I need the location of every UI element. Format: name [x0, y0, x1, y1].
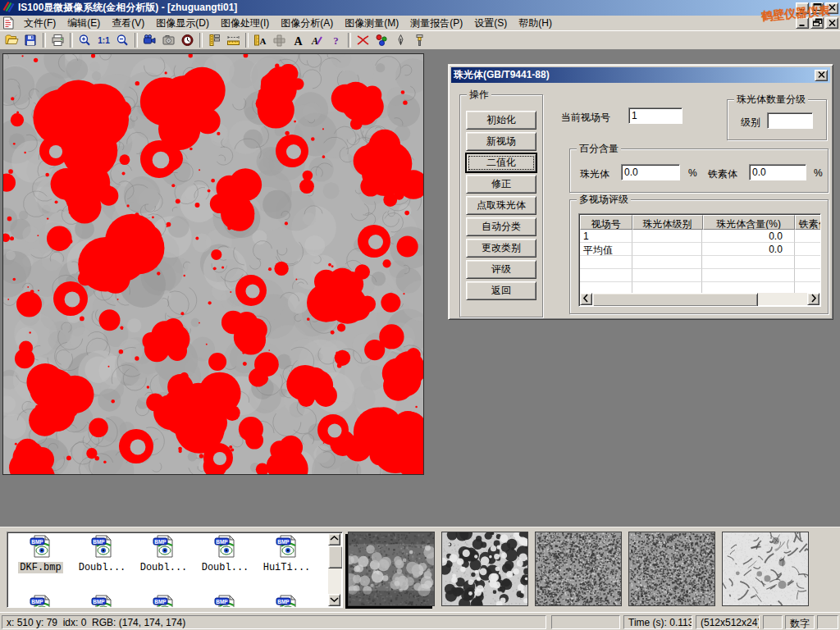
- file-item-3[interactable]: BMPDoubl...: [194, 535, 256, 573]
- pen-button[interactable]: [391, 31, 410, 49]
- menu-item-settings[interactable]: 设置(S): [468, 15, 513, 32]
- menu-item-edit[interactable]: 编辑(E): [62, 15, 106, 32]
- file-item-row2-2[interactable]: BMP: [133, 595, 194, 608]
- file-item-2[interactable]: BMPDoubl...: [133, 535, 194, 573]
- op-button-2[interactable]: 二值化: [466, 153, 536, 172]
- status-empty-3: [817, 615, 838, 629]
- rating-table[interactable]: 视场号珠光体级别珠光体含量(%)铁素体含量(%)10.0平均值0.0: [578, 213, 821, 307]
- file-item-row2-0[interactable]: BMP: [10, 595, 71, 608]
- table-header-cell[interactable]: 珠光体含量(%): [703, 215, 795, 230]
- op-button-3[interactable]: 修正: [466, 175, 536, 194]
- window-maximize-button[interactable]: [810, 2, 824, 14]
- op-button-5[interactable]: 自动分类: [466, 217, 536, 236]
- toolbar-separator: [70, 33, 73, 48]
- clock-button[interactable]: [178, 31, 197, 49]
- grade-group: 珠光体数量分级 级别: [727, 99, 827, 140]
- thumbnail-4[interactable]: [722, 532, 809, 606]
- caliper-button[interactable]: [205, 31, 224, 49]
- brush-button[interactable]: [410, 31, 429, 49]
- table-header-cell[interactable]: 珠光体级别: [632, 215, 703, 230]
- child-restore-button[interactable]: [810, 17, 824, 29]
- file-item-row2-3[interactable]: BMP: [194, 595, 256, 608]
- thumbnail-3[interactable]: [628, 532, 715, 606]
- file-item-1[interactable]: BMPDoubl...: [71, 535, 133, 573]
- menu-item-image-display[interactable]: 图像显示(D): [150, 15, 215, 32]
- window-minimize-icon: [797, 2, 808, 14]
- window-minimize-button[interactable]: [796, 2, 809, 14]
- status-empty-2: [763, 615, 783, 629]
- op-button-0[interactable]: 初始化: [466, 111, 536, 130]
- child-close-button[interactable]: [825, 17, 838, 29]
- scroll-up-button[interactable]: [328, 533, 340, 546]
- grade-input[interactable]: [767, 112, 813, 129]
- status-empty-1: [551, 615, 620, 629]
- arrow-left-icon: [580, 292, 592, 307]
- menu-item-measure-report[interactable]: 测量报告(P): [404, 15, 468, 32]
- camera-button[interactable]: [159, 31, 178, 49]
- zoom-in-button[interactable]: [75, 31, 94, 49]
- table-row: [580, 256, 821, 269]
- file-item-0[interactable]: BMPDKF.bmp: [10, 535, 71, 573]
- scrollbar-thumb[interactable]: [592, 293, 758, 307]
- window-close-button[interactable]: [825, 2, 838, 14]
- table-row: 平均值0.0: [580, 243, 821, 256]
- ruler-icon: [226, 34, 240, 47]
- help-button[interactable]: ?: [326, 31, 345, 49]
- scroll-down-button[interactable]: [328, 594, 340, 606]
- micrograph-image[interactable]: [2, 53, 424, 475]
- zoom-out-button[interactable]: [113, 31, 132, 49]
- video-camera-button[interactable]: [140, 31, 159, 49]
- menu-item-view[interactable]: 查看(V): [106, 15, 150, 32]
- file-item-4[interactable]: BMPHuiTi...: [256, 535, 317, 573]
- op-button-6[interactable]: 更改类别: [466, 239, 536, 258]
- thumbnail-1[interactable]: [441, 532, 528, 606]
- percent-group: 百分含量 珠光体 % 铁素体 %: [569, 148, 829, 193]
- op-button-4[interactable]: 点取珠光体: [466, 196, 536, 215]
- thumbnail-2[interactable]: [535, 532, 622, 606]
- status-time: Time (s): 0.113: [623, 615, 692, 629]
- table-header-cell[interactable]: 铁素体含量(%): [795, 215, 821, 230]
- ruler-button[interactable]: [224, 31, 243, 49]
- toolbar-separator: [199, 33, 203, 48]
- print-button[interactable]: [48, 31, 67, 49]
- curve-erase-button[interactable]: [354, 31, 372, 49]
- pearlite-percent-input[interactable]: [621, 164, 680, 180]
- menu-item-image-measure[interactable]: 图像测量(M): [339, 15, 404, 32]
- ferrite-percent-input[interactable]: [749, 164, 806, 180]
- scrollbar-track[interactable]: [328, 568, 341, 594]
- particles-button[interactable]: [372, 31, 391, 49]
- current-view-input[interactable]: [628, 107, 682, 124]
- op-button-7[interactable]: 评级: [466, 260, 536, 279]
- scrollbar-thumb[interactable]: [328, 546, 343, 568]
- save-button[interactable]: [21, 31, 40, 49]
- op-button-8[interactable]: 返回: [466, 281, 536, 300]
- edit-text-button[interactable]: A: [308, 31, 326, 49]
- menu-item-image-process[interactable]: 图像处理(I): [215, 15, 275, 32]
- thumbnail-0[interactable]: [348, 532, 435, 606]
- caliper-icon: [208, 34, 221, 47]
- brush-icon: [413, 34, 427, 47]
- child-minimize-button[interactable]: [796, 17, 809, 29]
- menu-item-help[interactable]: 帮助(H): [513, 15, 558, 32]
- op-button-1[interactable]: 新视场: [466, 132, 536, 151]
- table-header-cell[interactable]: 视场号: [580, 215, 632, 230]
- menu-item-file[interactable]: 文件(F): [18, 15, 62, 32]
- pattern-button[interactable]: [270, 31, 289, 49]
- scroll-right-button[interactable]: [807, 293, 819, 305]
- scrollbar-track[interactable]: [758, 293, 807, 305]
- file-browser-scrollbar[interactable]: [328, 533, 341, 606]
- ferrite-percent-unit: %: [814, 167, 823, 179]
- svg-text:BMP: BMP: [154, 599, 167, 605]
- file-item-row2-4[interactable]: BMP: [256, 595, 317, 608]
- actual-size-button[interactable]: 1:1: [94, 31, 113, 49]
- table-horizontal-scrollbar[interactable]: [580, 293, 819, 305]
- menu-item-image-analysis[interactable]: 图像分析(A): [275, 15, 339, 32]
- file-item-row2-1[interactable]: BMP: [71, 595, 133, 608]
- text-button[interactable]: A: [289, 31, 308, 49]
- scroll-left-button[interactable]: [580, 293, 592, 305]
- dialog-title-bar[interactable]: 珠光体(GB/T9441-88): [451, 67, 830, 83]
- bmp-file-icon: BMP: [90, 595, 115, 608]
- dialog-close-button[interactable]: [815, 70, 828, 81]
- measure-text-button[interactable]: A: [251, 31, 270, 49]
- open-button[interactable]: [2, 31, 21, 49]
